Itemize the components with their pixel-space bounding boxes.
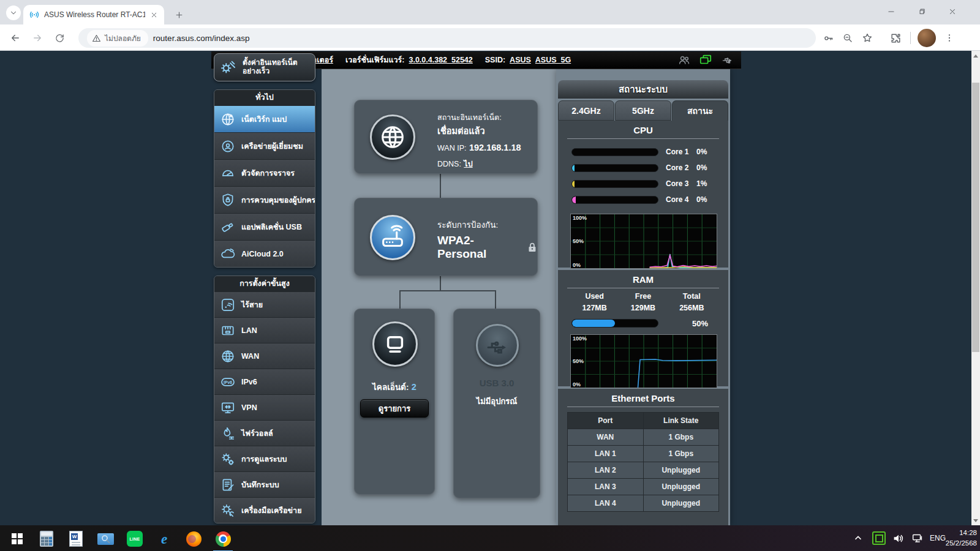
sidebar-item-lan[interactable]: LAN <box>214 317 315 343</box>
internet-status-card[interactable]: สถานะอินเทอร์เน็ต: เชื่อมต่อแล้ว WAN IP:… <box>354 100 538 174</box>
browser-tab[interactable]: ASUS Wireless Router RT-AC130 <box>23 5 164 24</box>
ram-percent: 50% <box>692 319 708 328</box>
wan-ip-value: 192.168.1.18 <box>469 143 521 152</box>
sidebar-item-guest-network[interactable]: เครือข่ายผู้เยี่ยมชม <box>214 132 315 159</box>
address-bar[interactable]: ไม่ปลอดภัย router.asus.com/index.asp <box>78 28 816 48</box>
close-icon <box>948 7 957 16</box>
core4-bar <box>571 196 658 204</box>
reload-icon <box>55 33 65 43</box>
tray-volume-button[interactable] <box>892 525 905 551</box>
port-cell: WAN <box>568 429 644 446</box>
view-list-button[interactable]: ดูรายการ <box>360 399 429 418</box>
tray-clock[interactable]: 14:28 25/2/2568 <box>940 528 977 549</box>
ssid-24-link[interactable]: ASUS <box>510 56 531 64</box>
new-tab-button[interactable] <box>172 7 186 22</box>
sidebar-item-parental-controls[interactable]: การควบคุมของผู้ปกครอง <box>214 186 315 213</box>
taskbar-firefox[interactable] <box>181 530 206 548</box>
ddns-go-link[interactable]: ไป <box>464 160 472 168</box>
key-icon <box>823 32 834 44</box>
reload-button[interactable] <box>51 30 67 46</box>
forward-button[interactable] <box>29 30 45 46</box>
tab-24ghz[interactable]: 2.4GHz <box>558 100 614 121</box>
table-row: LAN 3Unplugged <box>568 479 719 495</box>
password-manager-button[interactable] <box>820 29 837 47</box>
taskbar-search-app[interactable] <box>93 530 118 548</box>
forward-arrow-icon <box>32 32 43 43</box>
guest-network-icon <box>220 138 236 154</box>
usb-title: USB 3.0 <box>454 378 540 388</box>
tray-network-button[interactable] <box>910 525 925 551</box>
sidebar-item-wireless[interactable]: ไร้สาย <box>214 291 315 317</box>
clients-card[interactable]: ไคลเอ็นต์: 2 ดูรายการ <box>354 309 435 495</box>
sidebar-item-wan[interactable]: WAN <box>214 343 315 369</box>
sidebar-item-label: WAN <box>241 352 259 361</box>
security-card[interactable]: ระดับการป้องกัน: WPA2-Personal <box>354 198 538 276</box>
sidebar-item-label: เน็ตเวิร์ก แมป <box>241 113 287 126</box>
core4-label: Core 4 <box>666 195 696 204</box>
system-status-panel: สถานะระบบ 2.4GHz 5GHz สถานะ CPU Core 1 0… <box>556 69 730 525</box>
aicloud-icon <box>220 246 236 262</box>
taskbar-internet-explorer[interactable]: e <box>152 530 176 548</box>
tab-5ghz[interactable]: 5GHz <box>615 100 671 121</box>
internet-status-text: สถานะอินเทอร์เน็ต: เชื่อมต่อแล้ว WAN IP:… <box>437 111 521 170</box>
internet-explorer-icon: e <box>161 532 167 546</box>
sidebar-item-administration[interactable]: การดูแลระบบ <box>214 446 315 471</box>
network-map-status-icon[interactable] <box>698 53 713 67</box>
cpu-title: CPU <box>558 121 728 135</box>
ssid-5-link[interactable]: ASUS_5G <box>535 56 571 64</box>
chrome-icon <box>216 531 231 547</box>
window-close-button[interactable] <box>943 4 962 20</box>
taskbar-line[interactable]: LINE <box>123 530 147 548</box>
cpu-graph-tick-100: 100% <box>573 215 587 221</box>
security-chip[interactable]: ไม่ปลอดภัย <box>87 30 148 47</box>
scroll-down-button[interactable] <box>971 515 980 525</box>
scrollbar-thumb[interactable] <box>972 83 979 352</box>
taskbar-calculator[interactable] <box>34 530 59 548</box>
sidebar-item-vpn[interactable]: VPN <box>214 394 315 420</box>
tab-status[interactable]: สถานะ <box>672 100 728 121</box>
sidebar-item-usb-application[interactable]: แอปพลิเคชั่น USB <box>214 213 315 240</box>
core3-bar <box>571 180 658 188</box>
taskbar-chrome[interactable] <box>211 530 235 548</box>
sidebar-item-network-tools[interactable]: เครื่องมือเครือข่าย <box>214 497 315 523</box>
sidebar-item-aicloud[interactable]: AiCloud 2.0 <box>214 240 315 267</box>
core1-label: Core 1 <box>666 148 696 156</box>
quick-internet-setup-button[interactable]: ตั้งค่าอินเทอร์เน็ต อย่างเร็ว <box>214 53 315 81</box>
bookmark-button[interactable] <box>859 29 876 47</box>
tab-close-icon[interactable] <box>150 11 158 19</box>
browser-menu-button[interactable] <box>941 29 958 47</box>
sidebar-item-traffic-manager[interactable]: ตัวจัดการจราจร <box>214 159 315 186</box>
extensions-button[interactable] <box>887 29 904 47</box>
back-button[interactable] <box>7 30 23 46</box>
taskbar-word[interactable]: W <box>64 530 88 548</box>
sidebar-item-system-log[interactable]: บันทึกระบบ <box>214 471 315 497</box>
puzzle-icon <box>890 32 902 44</box>
tab-search-button[interactable] <box>6 6 21 20</box>
sidebar-item-label: AiCloud 2.0 <box>241 250 284 258</box>
usb-card[interactable]: USB 3.0 ไม่มีอุปกรณ์ <box>453 309 540 498</box>
start-button[interactable] <box>5 530 29 548</box>
client-list-icon[interactable] <box>677 53 691 67</box>
sidebar-item-network-map[interactable]: เน็ตเวิร์ก แมป <box>214 105 315 132</box>
green-app-tray-icon <box>872 531 886 545</box>
tab-title: ASUS Wireless Router RT-AC130 <box>44 10 145 19</box>
window-minimize-button[interactable] <box>882 4 900 20</box>
sidebar-item-firewall[interactable]: ไฟร์วอลล์ <box>214 420 315 446</box>
tray-show-hidden-button[interactable] <box>853 525 867 551</box>
profile-avatar[interactable] <box>918 29 936 47</box>
firmware-value-link[interactable]: 3.0.0.4.382_52542 <box>409 56 472 64</box>
tray-app-icon[interactable] <box>872 525 886 551</box>
sidebar-item-ipv6[interactable]: IPv6 IPv6 <box>214 369 315 394</box>
firewall-icon <box>220 425 236 441</box>
core2-value: 0% <box>696 163 707 172</box>
ram-free-value: 129MB <box>619 302 667 314</box>
window-restore-button[interactable] <box>913 4 931 20</box>
usb-status-icon[interactable] <box>720 54 735 66</box>
scroll-up-button[interactable] <box>971 51 980 61</box>
restore-icon <box>918 7 926 16</box>
zoom-indicator-button[interactable] <box>839 29 856 47</box>
security-value: WPA2-Personal <box>437 234 522 261</box>
internet-globe-icon <box>370 114 415 160</box>
advanced-section-header: การตั้งค่าขั้นสูง <box>214 276 315 291</box>
page-scrollbar[interactable] <box>971 51 980 525</box>
